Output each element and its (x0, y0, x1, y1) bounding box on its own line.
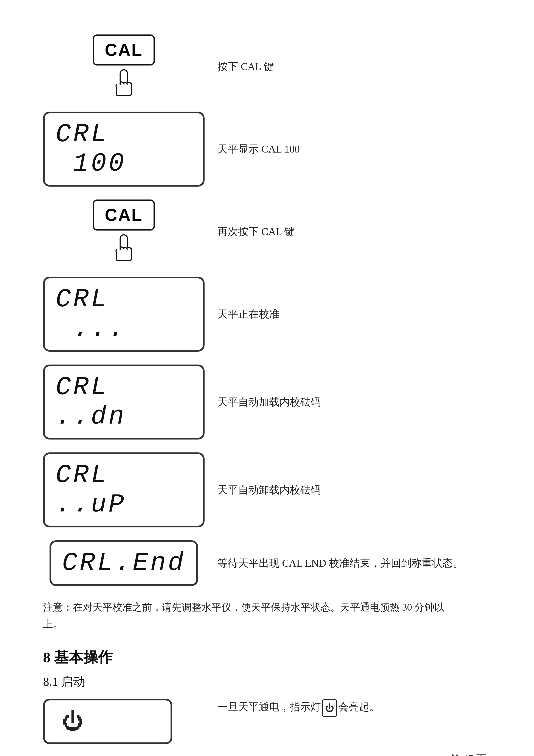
lcd-text-4: CRL ... (56, 285, 192, 343)
step-icon-area-2: CRL 100 (43, 112, 205, 187)
step-row-3: CAL 再次按下 CAL 键 (43, 200, 491, 264)
note-text: 注意：在对天平校准之前，请先调整水平仪，使天平保持水平状态。天平通电预热 30 … (43, 602, 444, 630)
page-number: 第 15 页 (450, 752, 487, 756)
power-suffix-text: 会亮起。 (338, 701, 380, 713)
step-row-5: CRL ..dn 天平自动加载内校砝码 (43, 364, 491, 440)
lcd-panel-5: CRL ..dn (43, 364, 205, 440)
step-row-7: CRL.End 等待天平出现 CAL END 校准结束，并回到称重状态。 (43, 540, 491, 586)
power-desc-text: 一旦天平通电，指示灯 (217, 701, 321, 713)
step-icon-area-4: CRL ... (43, 277, 205, 352)
lcd-text-5: CRL ..dn (56, 373, 192, 431)
lcd-panel-6: CRL ..uP (43, 452, 205, 527)
sub-heading-81: 8.1 启动 (43, 674, 85, 690)
step-icon-area-5: CRL ..dn (43, 364, 205, 440)
step-row-6: CRL ..uP 天平自动卸载内校砝码 (43, 452, 491, 527)
finger-icon-1 (112, 68, 136, 99)
note-block: 注意：在对天平校准之前，请先调整水平仪，使天平保持水平状态。天平通电预热 30 … (43, 599, 452, 633)
step-desc-6: 天平自动卸载内校砝码 (217, 482, 321, 498)
lcd-panel-4: CRL ... (43, 277, 205, 352)
step-row-1: CAL 按下 CAL 键 (43, 35, 491, 99)
lcd-text-6: CRL ..uP (56, 461, 192, 519)
lcd-text-2: CRL 100 (56, 120, 192, 178)
power-inline-icon: ⏻ (322, 699, 337, 717)
step-desc-2: 天平显示 CAL 100 (217, 141, 300, 157)
page-content: CAL 按下 CAL 键 (43, 35, 491, 756)
finger-icon-3 (112, 233, 136, 264)
power-symbol-icon: ⏻ (62, 709, 84, 734)
step-row-4: CRL ... 天平正在校准 (43, 277, 491, 352)
step-row-power: ⏻ 一旦天平通电，指示灯⏻会亮起。 (43, 699, 491, 744)
step-desc-7: 等待天平出现 CAL END 校准结束，并回到称重状态。 (217, 555, 463, 572)
step-icon-area-6: CRL ..uP (43, 452, 205, 527)
cal-button-label-1: CAL (105, 40, 143, 60)
cal-button-wrap-3: CAL (93, 200, 155, 264)
step-icon-area-3: CAL (43, 200, 205, 264)
step-desc-3: 再次按下 CAL 键 (217, 224, 294, 240)
step-icon-area-1: CAL (43, 35, 205, 99)
lcd-text-7: CRL.End (62, 549, 186, 578)
power-panel: ⏻ (43, 699, 172, 744)
finger-svg-3 (112, 233, 136, 263)
step-desc-4: 天平正在校准 (217, 306, 279, 323)
cal-button-label-3: CAL (105, 205, 143, 225)
cal-button-1: CAL (93, 35, 155, 66)
step-desc-1: 按下 CAL 键 (217, 58, 274, 75)
step-row-2: CRL 100 天平显示 CAL 100 (43, 112, 491, 187)
lcd-panel-7: CRL.End (50, 540, 198, 586)
step-icon-area-7: CRL.End (43, 540, 205, 586)
cal-button-wrap-1: CAL (93, 35, 155, 99)
step-desc-power: 一旦天平通电，指示灯⏻会亮起。 (217, 699, 380, 717)
cal-button-3: CAL (93, 200, 155, 230)
step-desc-5: 天平自动加载内校砝码 (217, 394, 321, 410)
lcd-panel-2: CRL 100 (43, 112, 205, 187)
step-icon-area-power: ⏻ (43, 699, 205, 744)
finger-svg-1 (112, 68, 136, 98)
section-8-heading: 8 基本操作 (43, 648, 113, 667)
